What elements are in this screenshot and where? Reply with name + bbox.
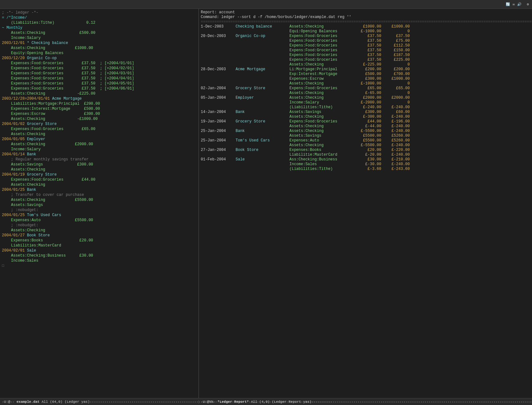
volume-icon[interactable]: 🔊 bbox=[517, 2, 522, 6]
report-row: 19-Jan-2004 Grocery Store Expens:Food:Gr… bbox=[201, 119, 530, 124]
left-line: Liabilities:MasterCard bbox=[2, 243, 197, 248]
left-line: Assets:Checking bbox=[2, 132, 197, 137]
mail-icon[interactable]: ✉ bbox=[513, 2, 515, 6]
report-row: Assets:Checking £-65.00 0 bbox=[201, 91, 530, 96]
left-line: Income:Sales bbox=[2, 258, 197, 263]
left-content: ; -*- ledger -*-= /*Income/ (Liabilities… bbox=[2, 10, 197, 268]
report-row: 02-Jan-2004 Grocery Store Expens:Food:Gr… bbox=[201, 86, 530, 91]
report-row: Assets:Checking £-5500.00 £-240.00 bbox=[201, 143, 530, 148]
left-line: Assets:Checking £5500.00 bbox=[2, 197, 197, 202]
left-line: ; Regular monthly savings transfer bbox=[2, 157, 197, 162]
left-line: Expenses:Food:Groceries £37.50 ; [=2004/… bbox=[2, 81, 197, 86]
titlebar: 🔄 ✉ 🔊 ⚙ bbox=[0, 0, 532, 9]
reload-icon[interactable]: 🔄 bbox=[506, 2, 510, 6]
report-row: (Liabilities:Tithe) £-3.60 £-243.60 bbox=[201, 167, 530, 171]
report-separator: ========================================… bbox=[201, 20, 530, 24]
left-line: 2004/01/25 Bank bbox=[2, 187, 197, 192]
left-line: ; :nobudget: bbox=[2, 223, 197, 228]
left-line: Expenses:Interest:Mortgage £500.00 bbox=[2, 106, 197, 111]
left-line: 2003/12/20 Organic Co-op bbox=[2, 56, 197, 61]
left-line: ; -*- ledger -*- bbox=[2, 10, 197, 15]
report-row: 25-Jan-2004 Bank Assets:Checking £-5500.… bbox=[201, 129, 530, 134]
report-row: Assets:Checking £-225.00 0 bbox=[201, 62, 530, 67]
left-line: 2003/12/01 * Checking balance bbox=[2, 40, 197, 46]
report-row: 20-Dec-2003 Organic Co-op Expens:Food:Gr… bbox=[201, 34, 530, 39]
left-line: 2004/01/27 Book Store bbox=[2, 233, 197, 238]
report-row: 27-Jan-2004 Book Store Expenses:Books £2… bbox=[201, 148, 530, 153]
left-line: Assets:Savings £300.00 bbox=[2, 162, 197, 167]
left-line: Assets:Checking £500.00 bbox=[2, 30, 197, 35]
main-content: ; -*- ledger -*-= /*Income/ (Liabilities… bbox=[0, 9, 532, 398]
left-line: Income:Salary bbox=[2, 35, 197, 40]
report-row: Exp:Interest:Mortgage £500.00 £700.00 bbox=[201, 72, 530, 77]
left-line: Expenses:Food:Groceries £37.50 ; [=2004/… bbox=[2, 66, 197, 71]
left-line: 2004/01/14 Bank bbox=[2, 152, 197, 157]
report-row: Assets:Checking £-1000.00 0 bbox=[201, 81, 530, 86]
left-line: Expenses:Food:Groceries £37.50 ; [=2004/… bbox=[2, 71, 197, 76]
report-row: 1-Dec-2003 Checking balance Assets:Check… bbox=[201, 24, 530, 29]
report-header-2: Command: ledger --sort d -f /home/borbus… bbox=[201, 15, 530, 20]
left-line: Expenses:Food:Groceries £44.00 bbox=[2, 177, 197, 182]
left-line: 2004/01/25 Tom's Used Cars bbox=[2, 213, 197, 218]
report-row: Income:Sales £-30.00 £-240.00 bbox=[201, 162, 530, 167]
left-line: Expenses:Food:Groceries £37.50 ; [=2004/… bbox=[2, 76, 197, 81]
left-line: 2004/01/05 Employer bbox=[2, 137, 197, 142]
left-line: Equity:Opening Balances bbox=[2, 51, 197, 56]
statusbar-left: -U:@-- example.dat All (64,0) (Ledger ya… bbox=[0, 400, 199, 404]
report-row: Expens:Food:Groceries £37.50 £75.00 bbox=[201, 39, 530, 43]
left-line: Liabilities:Mortgage:Principal £200.00 bbox=[2, 101, 197, 106]
left-line: Expenses:Food:Groceries £37.50 ; [=2004/… bbox=[2, 86, 197, 91]
left-line: (Liabilities:Tithe) 0.12 bbox=[2, 20, 197, 25]
left-line: Assets:Checking -£225.00 bbox=[2, 91, 197, 96]
left-line: Expenses:Food:Groceries £37.50 ; [=2004/… bbox=[2, 61, 197, 66]
left-line: Assets:Checking bbox=[2, 228, 197, 233]
left-line: Assets:Checking -£1000.00 bbox=[2, 116, 197, 122]
right-pane[interactable]: Report: accountCommand: ledger --sort d … bbox=[199, 9, 532, 398]
left-line: Assets:Checking bbox=[2, 167, 197, 172]
report-row: Assets:Savings £5500.00 £5260.00 bbox=[201, 134, 530, 138]
left-line: ; Transfer to cover car purchase bbox=[2, 192, 197, 197]
right-content: Report: accountCommand: ledger --sort d … bbox=[201, 10, 530, 171]
report-row: 25-Jan-2004 Tom's Used Cars Expenses:Aut… bbox=[201, 138, 530, 143]
report-row: Assets:Checking £-44.00 £-240.00 bbox=[201, 124, 530, 129]
report-header-1: Report: account bbox=[201, 10, 530, 15]
left-line: Assets:Checking bbox=[2, 182, 197, 187]
report-row: 14-Jan-2004 Bank Assets:Savings £300.00 … bbox=[201, 110, 530, 115]
report-row: Expenses:Escrow £300.00 £1000.00 bbox=[201, 77, 530, 81]
left-line: Assets:Checking:Business £30.00 bbox=[2, 253, 197, 258]
report-row: 28-Dec-2003 Acme Mortgage Li:Mortgage:Pr… bbox=[201, 67, 530, 72]
left-line: 2004/01/19 Grocery Store bbox=[2, 172, 197, 177]
report-row: Equi:Opening Balances £-1000.00 0 bbox=[201, 29, 530, 34]
report-row: Expens:Food:Groceries £37.50 £225.00 bbox=[201, 58, 530, 62]
statusbar-right-text: -U:@%%- *Ledger Report* All (4,0) (Ledge… bbox=[201, 400, 532, 404]
left-line: ; :nobudget: bbox=[2, 208, 197, 213]
settings-icon[interactable]: ⚙ bbox=[527, 2, 529, 6]
report-row: Expens:Food:Groceries £37.50 £150.00 bbox=[201, 48, 530, 53]
left-line: 2004/02/01 Sale bbox=[2, 248, 197, 253]
statusbar-right: -U:@%%- *Ledger Report* All (4,0) (Ledge… bbox=[199, 400, 532, 404]
report-row: Liabilitie:MasterCard £-20.00 £-240.00 bbox=[201, 153, 530, 157]
left-line: = /*Income/ bbox=[2, 15, 197, 20]
left-line: Assets:Savings bbox=[2, 202, 197, 208]
left-line: 2003/12/28=2004/01/01 Acme Mortgage bbox=[2, 96, 197, 101]
left-line: Expenses:Books £20.00 bbox=[2, 238, 197, 243]
report-row: Assets:Checking £-300.00 £-240.00 bbox=[201, 115, 530, 119]
left-line: Expenses:Auto £5500.00 bbox=[2, 218, 197, 223]
report-row: Expens:Food:Groceries £37.50 £112.50 bbox=[201, 43, 530, 48]
left-line: Assets:Checking £1000.00 bbox=[2, 46, 197, 51]
left-line: 2004/01/02 Grocery Store bbox=[2, 122, 197, 127]
left-line: Assets:Checking £2000.00 bbox=[2, 142, 197, 147]
left-line: Expenses:Escrow £300.00 bbox=[2, 111, 197, 116]
titlebar-right: 🔄 ✉ 🔊 ⚙ bbox=[503, 2, 529, 6]
report-row: 05-Jan-2004 Employer Assets:Checking £20… bbox=[201, 96, 530, 100]
left-line: ~ Monthly bbox=[2, 25, 197, 30]
left-line: Expenses:Food:Groceries £65.00 bbox=[2, 127, 197, 132]
left-line: □ bbox=[2, 263, 197, 268]
report-row: Income:Salary £-2000.00 0 bbox=[201, 100, 530, 105]
report-row: (Liabilities:Tithe) £-240.00 £-240.00 bbox=[201, 105, 530, 110]
left-pane[interactable]: ; -*- ledger -*-= /*Income/ (Liabilities… bbox=[0, 9, 199, 398]
report-row: 01-Feb-2004 Sale Ass:Checking:Business £… bbox=[201, 157, 530, 162]
left-line: Income:Salary bbox=[2, 147, 197, 152]
report-row: Expens:Food:Groceries £37.50 £187.50 bbox=[201, 53, 530, 58]
statusbar: -U:@-- example.dat All (64,0) (Ledger ya… bbox=[0, 398, 532, 405]
